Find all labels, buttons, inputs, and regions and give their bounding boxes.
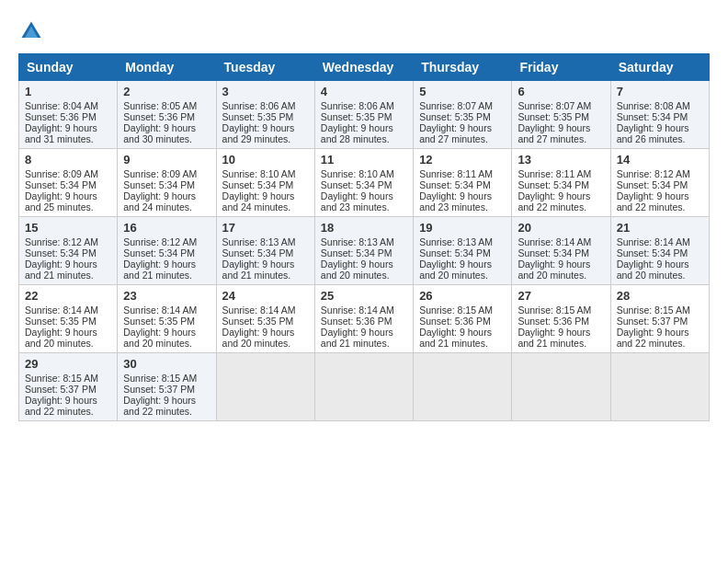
sunrise-label: Sunrise: 8:06 AM xyxy=(321,100,394,111)
sunset-label: Sunset: 5:34 PM xyxy=(321,179,392,190)
calendar-day-cell: 18 Sunrise: 8:13 AM Sunset: 5:34 PM Dayl… xyxy=(314,217,413,285)
day-number: 29 xyxy=(25,357,111,371)
sunset-label: Sunset: 5:34 PM xyxy=(123,247,195,259)
daylight-label: Daylight: 9 hours and 21 minutes. xyxy=(419,327,492,349)
day-number: 25 xyxy=(321,289,407,303)
day-number: 9 xyxy=(123,153,210,167)
calendar-week-row: 8 Sunrise: 8:09 AM Sunset: 5:34 PM Dayli… xyxy=(19,149,710,217)
day-number: 12 xyxy=(419,153,506,167)
calendar-table: SundayMondayTuesdayWednesdayThursdayFrid… xyxy=(18,53,710,421)
sunset-label: Sunset: 5:36 PM xyxy=(419,316,491,327)
calendar-day-cell: 28 Sunrise: 8:15 AM Sunset: 5:37 PM Dayl… xyxy=(610,285,709,353)
sunrise-label: Sunrise: 8:15 AM xyxy=(617,304,690,316)
sunrise-label: Sunrise: 8:11 AM xyxy=(419,168,493,179)
day-number: 27 xyxy=(518,289,604,303)
day-number: 5 xyxy=(419,85,506,98)
sunset-label: Sunset: 5:34 PM xyxy=(25,247,97,259)
daylight-label: Daylight: 9 hours and 21 minutes. xyxy=(123,259,196,281)
sunset-label: Sunset: 5:37 PM xyxy=(25,384,97,395)
day-number: 17 xyxy=(222,221,309,235)
day-number: 26 xyxy=(419,289,506,303)
day-number: 11 xyxy=(321,153,407,167)
daylight-label: Daylight: 9 hours and 20 minutes. xyxy=(123,327,196,349)
sunset-label: Sunset: 5:34 PM xyxy=(419,179,491,190)
calendar-day-cell: 10 Sunrise: 8:10 AM Sunset: 5:34 PM Dayl… xyxy=(216,149,314,217)
day-number: 7 xyxy=(617,85,703,98)
calendar-day-cell xyxy=(512,353,610,421)
calendar-day-cell: 2 Sunrise: 8:05 AM Sunset: 5:36 PM Dayli… xyxy=(118,81,216,149)
daylight-label: Daylight: 9 hours and 22 minutes. xyxy=(518,190,590,213)
sunrise-label: Sunrise: 8:06 AM xyxy=(222,100,296,111)
logo xyxy=(18,18,48,44)
daylight-label: Daylight: 9 hours and 27 minutes. xyxy=(419,122,492,144)
calendar-day-cell: 24 Sunrise: 8:14 AM Sunset: 5:35 PM Dayl… xyxy=(216,285,314,353)
daylight-label: Daylight: 9 hours and 23 minutes. xyxy=(321,190,393,213)
day-number: 21 xyxy=(617,221,703,235)
calendar-day-cell: 4 Sunrise: 8:06 AM Sunset: 5:35 PM Dayli… xyxy=(314,81,413,149)
day-number: 13 xyxy=(518,153,604,167)
weekday-header: Thursday xyxy=(414,54,512,81)
day-number: 14 xyxy=(617,153,703,167)
sunrise-label: Sunrise: 8:09 AM xyxy=(25,168,98,179)
sunrise-label: Sunrise: 8:13 AM xyxy=(419,236,493,247)
sunrise-label: Sunrise: 8:11 AM xyxy=(518,168,591,179)
calendar-day-cell: 5 Sunrise: 8:07 AM Sunset: 5:35 PM Dayli… xyxy=(414,81,512,149)
daylight-label: Daylight: 9 hours and 20 minutes. xyxy=(321,259,393,281)
calendar-day-cell: 29 Sunrise: 8:15 AM Sunset: 5:37 PM Dayl… xyxy=(19,353,118,421)
sunset-label: Sunset: 5:35 PM xyxy=(222,316,294,327)
sunrise-label: Sunrise: 8:05 AM xyxy=(123,100,197,111)
calendar-day-cell: 20 Sunrise: 8:14 AM Sunset: 5:34 PM Dayl… xyxy=(512,217,610,285)
sunrise-label: Sunrise: 8:10 AM xyxy=(321,168,394,179)
daylight-label: Daylight: 9 hours and 24 minutes. xyxy=(123,190,196,213)
daylight-label: Daylight: 9 hours and 31 minutes. xyxy=(25,122,97,144)
sunrise-label: Sunrise: 8:08 AM xyxy=(617,100,690,111)
calendar-day-cell: 30 Sunrise: 8:15 AM Sunset: 5:37 PM Dayl… xyxy=(118,353,216,421)
daylight-label: Daylight: 9 hours and 21 minutes. xyxy=(518,327,590,349)
daylight-label: Daylight: 9 hours and 24 minutes. xyxy=(222,190,295,213)
day-number: 16 xyxy=(123,221,210,235)
calendar-day-cell: 3 Sunrise: 8:06 AM Sunset: 5:35 PM Dayli… xyxy=(216,81,314,149)
sunset-label: Sunset: 5:34 PM xyxy=(518,247,589,259)
sunrise-label: Sunrise: 8:10 AM xyxy=(222,168,296,179)
daylight-label: Daylight: 9 hours and 23 minutes. xyxy=(419,190,492,213)
header xyxy=(18,18,710,44)
sunset-label: Sunset: 5:35 PM xyxy=(321,111,392,122)
day-number: 24 xyxy=(222,289,309,303)
daylight-label: Daylight: 9 hours and 22 minutes. xyxy=(25,395,97,417)
sunrise-label: Sunrise: 8:14 AM xyxy=(222,304,296,316)
calendar-day-cell xyxy=(610,353,709,421)
sunset-label: Sunset: 5:34 PM xyxy=(518,179,589,190)
sunrise-label: Sunrise: 8:15 AM xyxy=(123,373,197,384)
day-number: 28 xyxy=(617,289,703,303)
logo-icon xyxy=(18,18,44,44)
calendar-day-cell: 23 Sunrise: 8:14 AM Sunset: 5:35 PM Dayl… xyxy=(118,285,216,353)
calendar-day-cell: 11 Sunrise: 8:10 AM Sunset: 5:34 PM Dayl… xyxy=(314,149,413,217)
calendar-week-row: 1 Sunrise: 8:04 AM Sunset: 5:36 PM Dayli… xyxy=(19,81,710,149)
daylight-label: Daylight: 9 hours and 28 minutes. xyxy=(321,122,393,144)
calendar-day-cell: 13 Sunrise: 8:11 AM Sunset: 5:34 PM Dayl… xyxy=(512,149,610,217)
sunset-label: Sunset: 5:34 PM xyxy=(123,179,195,190)
sunrise-label: Sunrise: 8:07 AM xyxy=(518,100,591,111)
daylight-label: Daylight: 9 hours and 20 minutes. xyxy=(419,259,492,281)
sunset-label: Sunset: 5:34 PM xyxy=(222,247,294,259)
sunset-label: Sunset: 5:34 PM xyxy=(617,179,688,190)
sunset-label: Sunset: 5:34 PM xyxy=(419,247,491,259)
daylight-label: Daylight: 9 hours and 21 minutes. xyxy=(222,259,295,281)
daylight-label: Daylight: 9 hours and 26 minutes. xyxy=(617,122,689,144)
sunrise-label: Sunrise: 8:15 AM xyxy=(518,304,591,316)
daylight-label: Daylight: 9 hours and 21 minutes. xyxy=(25,259,97,281)
daylight-label: Daylight: 9 hours and 20 minutes. xyxy=(25,327,97,349)
calendar-week-row: 22 Sunrise: 8:14 AM Sunset: 5:35 PM Dayl… xyxy=(19,285,710,353)
daylight-label: Daylight: 9 hours and 22 minutes. xyxy=(617,190,689,213)
weekday-header: Monday xyxy=(118,54,216,81)
calendar-day-cell: 9 Sunrise: 8:09 AM Sunset: 5:34 PM Dayli… xyxy=(118,149,216,217)
day-number: 6 xyxy=(518,85,604,98)
day-number: 20 xyxy=(518,221,604,235)
day-number: 23 xyxy=(123,289,210,303)
day-number: 18 xyxy=(321,221,407,235)
calendar-week-row: 29 Sunrise: 8:15 AM Sunset: 5:37 PM Dayl… xyxy=(19,353,710,421)
sunrise-label: Sunrise: 8:14 AM xyxy=(518,236,591,247)
day-number: 2 xyxy=(123,85,210,98)
sunset-label: Sunset: 5:36 PM xyxy=(518,316,589,327)
calendar-day-cell: 25 Sunrise: 8:14 AM Sunset: 5:36 PM Dayl… xyxy=(314,285,413,353)
